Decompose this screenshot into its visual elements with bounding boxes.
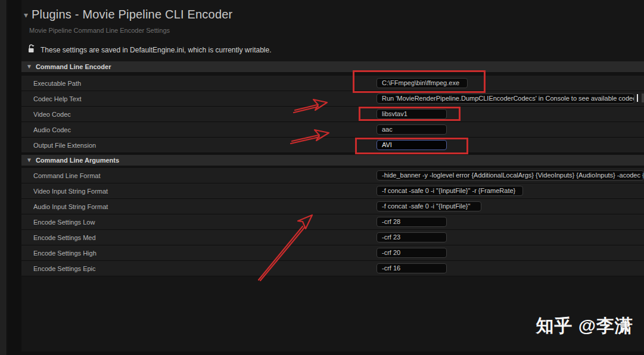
encode-settings-high-field[interactable]: -crf 20 — [377, 248, 447, 258]
setting-row-video-codec[interactable]: Video Codec libsvtav1 — [21, 107, 644, 122]
codec-help-text-field[interactable]: Run 'MovieRenderPipeline.DumpCLIEncoderC… — [377, 94, 634, 104]
setting-row-encode-settings-med[interactable]: Encode Settings Med -crf 23 — [21, 230, 644, 245]
chevron-down-icon[interactable]: ▾ — [24, 11, 28, 19]
command-line-format-field[interactable]: -hide_banner -y -loglevel error {Additio… — [377, 170, 644, 180]
setting-label: Encode Settings Low — [21, 219, 369, 226]
clipped-edge-widget — [642, 94, 644, 102]
setting-label: Encode Settings Med — [21, 234, 369, 241]
setting-label: Video Codec — [21, 111, 369, 118]
chevron-down-icon[interactable]: ▼ — [26, 64, 32, 70]
audio-codec-field[interactable]: aac — [377, 124, 447, 135]
config-notice: These settings are saved in DefaultEngin… — [27, 44, 272, 56]
setting-label: Executable Path — [21, 80, 369, 87]
executable-path-field[interactable]: C:\FFmpeg\bin\ffmpeg.exe — [377, 78, 468, 88]
encode-settings-low-field[interactable]: -crf 28 — [377, 217, 447, 227]
section-label: Command Line Arguments — [36, 157, 119, 164]
setting-label: Encode Settings Epic — [21, 265, 369, 272]
video-input-string-format-field[interactable]: -f concat -safe 0 -i "{InputFile}" -r {F… — [377, 186, 523, 196]
chevron-down-icon[interactable]: ▼ — [26, 157, 32, 163]
setting-row-executable-path[interactable]: Executable Path C:\FFmpeg\bin\ffmpeg.exe — [21, 76, 644, 91]
settings-table: ▼ Command Line Encoder Executable Path C… — [21, 61, 644, 276]
setting-label: Audio Input String Format — [21, 203, 369, 210]
setting-row-output-file-extension[interactable]: Output File Extension AVI — [21, 138, 644, 153]
output-file-extension-field[interactable]: AVI — [377, 140, 447, 150]
audio-input-string-format-field[interactable]: -f concat -safe 0 -i "{InputFile}" — [377, 201, 481, 211]
section-label: Command Line Encoder — [36, 63, 111, 70]
settings-window: ▾ Plugins - Movie Pipeline CLI Encoder M… — [0, 0, 644, 355]
page-subtitle: Movie Pipeline Command Line Encoder Sett… — [29, 27, 170, 34]
zhihu-watermark: 知乎 @李潇 — [536, 314, 633, 338]
setting-row-encode-settings-low[interactable]: Encode Settings Low -crf 28 — [21, 214, 644, 230]
settings-content: ▾ Plugins - Movie Pipeline CLI Encoder M… — [21, 0, 644, 355]
left-panel-edge — [0, 0, 7, 355]
setting-row-video-input-string-format[interactable]: Video Input String Format -f concat -saf… — [21, 183, 644, 199]
setting-row-audio-input-string-format[interactable]: Audio Input String Format -f concat -saf… — [21, 199, 644, 214]
video-codec-field[interactable]: libsvtav1 — [377, 109, 447, 119]
setting-label: Output File Extension — [21, 142, 369, 149]
bottom-panel-edge — [21, 351, 644, 355]
setting-row-encode-settings-high[interactable]: Encode Settings High -crf 20 — [21, 245, 644, 261]
config-notice-text: These settings are saved in DefaultEngin… — [41, 46, 272, 54]
section-header-command-line-arguments[interactable]: ▼ Command Line Arguments — [21, 155, 644, 166]
page-title: Plugins - Movie Pipeline CLI Encoder — [32, 8, 232, 21]
setting-row-encode-settings-epic[interactable]: Encode Settings Epic -crf 16 — [21, 261, 644, 276]
setting-row-audio-codec[interactable]: Audio Codec aac — [21, 122, 644, 138]
text-cursor — [637, 94, 638, 102]
setting-label: Encode Settings High — [21, 250, 369, 257]
page-title-row: ▾ Plugins - Movie Pipeline CLI Encoder — [24, 8, 232, 21]
section-header-command-line-encoder[interactable]: ▼ Command Line Encoder — [21, 61, 644, 72]
setting-label: Video Input String Format — [21, 188, 369, 195]
encode-settings-epic-field[interactable]: -crf 16 — [377, 263, 447, 273]
setting-row-command-line-format[interactable]: Command Line Format -hide_banner -y -log… — [21, 168, 644, 183]
setting-label: Audio Codec — [21, 126, 369, 133]
setting-label: Command Line Format — [21, 172, 369, 179]
panel-gap — [8, 0, 21, 355]
encode-settings-med-field[interactable]: -crf 23 — [377, 232, 447, 242]
setting-label: Codec Help Text — [21, 95, 369, 102]
unlock-icon — [27, 44, 35, 56]
setting-row-codec-help-text[interactable]: Codec Help Text Run 'MovieRenderPipeline… — [21, 91, 644, 107]
